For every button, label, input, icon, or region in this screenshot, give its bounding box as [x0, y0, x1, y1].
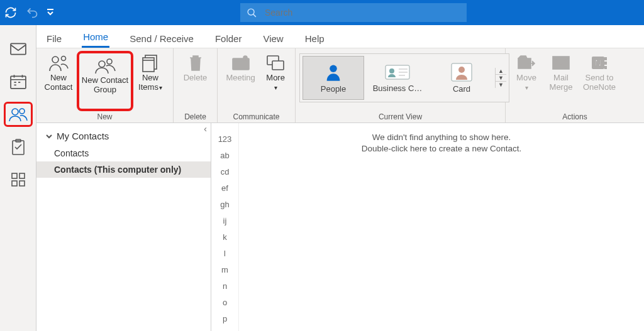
alpha-cd[interactable]: cd [211, 163, 238, 180]
tab-home[interactable]: Home [82, 28, 109, 48]
svg-point-25 [458, 67, 465, 73]
mail-merge-label: Mail Merge [543, 73, 579, 92]
svg-rect-7 [12, 173, 17, 178]
rail-tasks[interactable] [4, 134, 33, 160]
mail-merge-button: Mail Merge [543, 51, 579, 111]
more-communicate-icon [266, 52, 285, 73]
new-items-button[interactable]: New Items▾ [133, 51, 167, 111]
delete-button: Delete [177, 51, 213, 111]
alpha-123[interactable]: 123 [211, 131, 238, 147]
alpha-ef[interactable]: ef [211, 180, 238, 196]
svg-point-14 [107, 59, 112, 64]
nav-contacts[interactable]: Contacts [36, 145, 211, 161]
send-onenote-label: Send to OneNote [579, 73, 620, 92]
meeting-icon [231, 52, 250, 73]
group-label-actions: Actions [506, 112, 644, 122]
contacts-list-area[interactable]: We didn't find anything to show here. Do… [239, 123, 644, 331]
nav-contacts-local[interactable]: Contacts (This computer only) [36, 161, 211, 178]
folder-pane: ‹ My Contacts Contacts Contacts (This co… [36, 123, 211, 331]
alpha-ij[interactable]: ij [211, 212, 238, 229]
alpha-ab[interactable]: ab [211, 147, 238, 163]
rail-more[interactable] [4, 167, 33, 192]
delete-label: Delete [184, 73, 208, 83]
move-button: Move▾ [509, 51, 543, 111]
rail-people[interactable] [4, 102, 33, 127]
view-card[interactable]: Card [431, 56, 492, 100]
svg-rect-30 [604, 57, 607, 60]
ribbon-group-new: New Contact New Contact Group New Items▾ [36, 48, 174, 122]
my-contacts-header[interactable]: My Contacts [36, 128, 211, 145]
new-contact-group-button[interactable]: New Contact Group [77, 51, 133, 111]
view-business-card[interactable]: Business C… [367, 56, 428, 100]
person-add-icon [48, 52, 69, 73]
ribbon-group-communicate: Meeting More▾ Communicate [218, 48, 296, 122]
people-group-icon [94, 55, 116, 76]
new-contact-group-label: New Contact Group [79, 76, 131, 95]
ribbon-group-current-view: People Business C… Card ▲ ▼ [296, 48, 506, 122]
tab-help[interactable]: Help [304, 30, 326, 48]
svg-point-23 [389, 68, 394, 73]
search-input[interactable] [265, 8, 460, 18]
meeting-label: Meeting [226, 73, 255, 83]
business-card-icon [385, 63, 410, 81]
tab-send-receive[interactable]: Send / Receive [128, 30, 195, 48]
search-icon [247, 8, 257, 18]
more-communicate-button[interactable]: More▾ [260, 51, 291, 111]
my-contacts-label: My Contacts [57, 131, 109, 141]
new-items-label: New Items▾ [133, 73, 167, 92]
svg-rect-10 [19, 181, 25, 186]
gallery-down-icon[interactable]: ▼ [496, 75, 506, 82]
qat-customize-icon[interactable] [43, 0, 58, 25]
svg-point-13 [99, 61, 105, 67]
alpha-index: 123 ab cd ef gh ij k l m n o p [211, 123, 239, 331]
card-icon [451, 63, 472, 82]
tab-view[interactable]: View [262, 30, 284, 48]
group-label-current-view: Current View [296, 112, 505, 122]
new-contact-button[interactable]: New Contact [40, 51, 77, 111]
rail-calendar[interactable] [4, 69, 33, 94]
svg-point-0 [248, 9, 254, 15]
svg-rect-8 [19, 173, 25, 178]
refresh-icon[interactable] [0, 0, 21, 25]
view-people-label: People [321, 84, 346, 94]
svg-point-18 [243, 56, 247, 60]
tab-file[interactable]: File [45, 30, 63, 48]
view-gallery: People Business C… Card ▲ ▼ [299, 53, 509, 102]
chevron-down-icon [45, 133, 53, 140]
svg-text:N: N [595, 58, 601, 68]
search-box[interactable] [240, 3, 467, 22]
svg-point-12 [62, 57, 66, 61]
svg-rect-9 [12, 181, 17, 186]
alpha-gh[interactable]: gh [211, 196, 238, 212]
ribbon-tabs: File Home Send / Receive Folder View Hel… [36, 25, 644, 48]
view-business-label: Business C… [373, 84, 423, 93]
svg-rect-1 [11, 43, 26, 54]
alpha-p[interactable]: p [211, 310, 238, 327]
ribbon-group-delete: Delete Delete [174, 48, 218, 122]
more-communicate-label: More▾ [266, 73, 285, 92]
svg-point-11 [52, 57, 58, 63]
title-bar [0, 0, 644, 25]
ribbon-group-actions: Move▾ Mail Merge N Send to OneNote [506, 48, 644, 122]
rail-mail[interactable] [4, 36, 33, 62]
gallery-scroll[interactable]: ▲ ▼ ▼ [495, 68, 506, 88]
tab-folder[interactable]: Folder [214, 30, 243, 48]
svg-rect-32 [604, 66, 607, 69]
alpha-k[interactable]: k [211, 229, 238, 245]
alpha-m[interactable]: m [211, 261, 238, 278]
new-items-icon [142, 52, 159, 73]
move-icon [517, 52, 536, 73]
view-people[interactable]: People [303, 56, 364, 100]
person-icon [325, 63, 342, 82]
alpha-n[interactable]: n [211, 278, 238, 294]
alpha-o[interactable]: o [211, 294, 238, 310]
undo-icon[interactable] [21, 0, 43, 25]
rail-nav [0, 25, 36, 331]
collapse-pane-icon[interactable]: ‹ [204, 123, 207, 134]
gallery-more-icon[interactable]: ▼ [496, 82, 506, 88]
svg-point-21 [330, 65, 337, 72]
group-label-new: New [36, 112, 173, 122]
svg-rect-31 [604, 62, 607, 65]
gallery-up-icon[interactable]: ▲ [496, 68, 506, 75]
alpha-l[interactable]: l [211, 245, 238, 261]
